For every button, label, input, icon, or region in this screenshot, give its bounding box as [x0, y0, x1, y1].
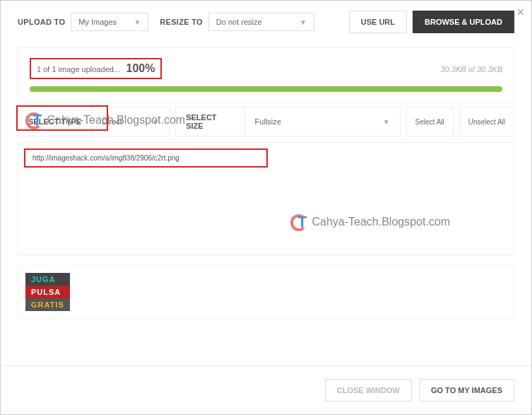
progress-status-highlight: 1 of 1 image uploaded... 100%: [30, 58, 162, 79]
close-window-button[interactable]: CLOSE WINDOW: [325, 379, 412, 402]
ad-panel: JUGA PULSA GRATIS: [18, 265, 514, 319]
chevron-down-icon: ▼: [134, 18, 141, 26]
image-url-field[interactable]: [24, 148, 268, 168]
unselect-all-button[interactable]: Unselect All: [459, 107, 514, 136]
ad-line-2: PULSA: [25, 286, 70, 298]
resize-to-value: Do not resize: [216, 18, 262, 26]
use-url-button[interactable]: USE URL: [349, 11, 407, 33]
upload-to-value: My Images: [78, 18, 117, 26]
select-size-group: SELECT SIZE Fullsize ▼: [175, 107, 400, 136]
ad-line-3: GRATIS: [25, 298, 70, 311]
select-type-label: SELECT TYPE: [18, 107, 91, 136]
select-size-value: Fullsize: [255, 117, 281, 126]
go-to-my-images-button[interactable]: GO TO MY IMAGES: [419, 379, 514, 402]
ad-line-1: JUGA: [25, 273, 70, 286]
chevron-down-icon: ▼: [152, 118, 159, 126]
progress-size-text: 30.3KB of 30.3KB: [441, 65, 502, 74]
progress-bar: [30, 86, 502, 92]
link-panel: [18, 142, 514, 255]
select-all-button[interactable]: Select All: [406, 107, 454, 136]
select-type-group: SELECT TYPE Direct ▼: [18, 107, 170, 136]
resize-to-dropdown[interactable]: Do not resize ▼: [208, 13, 314, 31]
resize-to-label: RESIZE TO: [160, 18, 203, 26]
close-icon[interactable]: ×: [516, 5, 524, 20]
select-type-value: Direct: [102, 117, 122, 126]
progress-status-text: 1 of 1 image uploaded...: [37, 65, 120, 74]
chevron-down-icon: ▼: [383, 118, 390, 126]
upload-to-dropdown[interactable]: My Images ▼: [71, 13, 148, 31]
select-row: SELECT TYPE Direct ▼ SELECT SIZE Fullsiz…: [18, 107, 514, 136]
browse-upload-button[interactable]: BROWSE & UPLOAD: [413, 11, 514, 33]
upload-to-label: UPLOAD TO: [18, 18, 65, 26]
ad-image[interactable]: JUGA PULSA GRATIS: [25, 273, 70, 311]
select-size-dropdown[interactable]: Fullsize ▼: [244, 107, 400, 136]
top-toolbar: UPLOAD TO My Images ▼ RESIZE TO Do not r…: [1, 1, 531, 43]
chevron-down-icon: ▼: [300, 18, 307, 26]
progress-percent: 100%: [126, 62, 155, 74]
select-size-label: SELECT SIZE: [176, 107, 244, 136]
progress-panel: 1 of 1 image uploaded... 100% 30.3KB of …: [18, 47, 514, 103]
select-type-dropdown[interactable]: Direct ▼: [91, 107, 169, 136]
footer: CLOSE WINDOW GO TO MY IMAGES: [1, 366, 531, 414]
